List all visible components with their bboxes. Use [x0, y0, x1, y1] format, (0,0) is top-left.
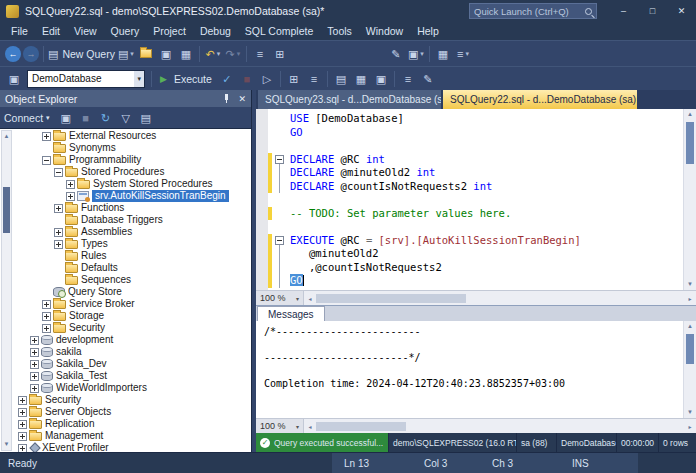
chevron-down-icon[interactable]: ▾: [465, 50, 469, 58]
navigate-backward-icon[interactable]: ←: [5, 46, 21, 62]
save-all-icon[interactable]: ▦: [177, 45, 195, 63]
menu-help[interactable]: Help: [410, 22, 446, 40]
expand-icon[interactable]: [30, 360, 39, 369]
scroll-left-icon[interactable]: ◂: [304, 295, 316, 302]
scroll-up-icon[interactable]: ▲: [2, 132, 11, 141]
parse-icon[interactable]: ✓: [218, 70, 236, 88]
code-line-1[interactable]: USE [DemoDatabase]: [256, 112, 682, 126]
tab-sqlquery23[interactable]: SQLQuery23.sql - d...DemoDatabase (sa)*: [258, 90, 441, 109]
stop-icon[interactable]: ■: [77, 109, 95, 127]
scroll-up-icon[interactable]: ▲: [684, 321, 696, 332]
save-icon[interactable]: ▣: [157, 45, 175, 63]
scroll-down-icon[interactable]: ▼: [2, 440, 11, 449]
available-databases-combo[interactable]: DemoDatabase▾: [27, 70, 145, 88]
collapse-icon[interactable]: [54, 168, 63, 177]
execute-button[interactable]: ▶Execute: [156, 70, 216, 88]
tab-messages[interactable]: Messages: [257, 306, 325, 321]
expand-icon[interactable]: [66, 180, 75, 189]
code-line-7[interactable]: [256, 193, 682, 207]
editor-scrollbar[interactable]: ▲ ▼: [683, 109, 696, 290]
indent-icon[interactable]: ✎: [419, 70, 437, 88]
sql-complete-format-icon[interactable]: ✎: [387, 45, 405, 63]
expand-icon[interactable]: [42, 324, 51, 333]
sql-code-editor[interactable]: USE [DemoDatabase]GODECLARE @RC intDECLA…: [256, 109, 696, 290]
connect-button[interactable]: Connect ▾: [4, 112, 50, 124]
tree-scrollbar[interactable]: ▲ ▼: [1, 130, 12, 451]
menu-sql-complete[interactable]: SQL Complete: [238, 22, 320, 40]
expand-icon[interactable]: [54, 228, 63, 237]
menu-file[interactable]: File: [4, 22, 35, 40]
tree-item-stored-procedures[interactable]: Stored Procedures: [0, 166, 251, 178]
open-file-icon[interactable]: [137, 45, 155, 63]
results-to-grid-icon[interactable]: ▦: [352, 70, 370, 88]
tree-item-system-stored-procedures[interactable]: System Stored Procedures: [0, 178, 251, 190]
scrollbar-thumb[interactable]: [686, 334, 694, 364]
expand-icon[interactable]: [30, 372, 39, 381]
scroll-right-icon[interactable]: ▸: [684, 295, 696, 302]
filter-icon[interactable]: ▽: [117, 109, 135, 127]
disconnect-icon[interactable]: ▣: [57, 109, 75, 127]
tree-item-synonyms[interactable]: Synonyms: [0, 142, 251, 154]
quick-launch-input[interactable]: Quick Launch (Ctrl+Q): [469, 3, 597, 19]
tree-item-security[interactable]: Security: [0, 394, 251, 406]
code-line-12[interactable]: ,@countIsNotRequests2: [256, 261, 682, 275]
sql-complete-snippets-icon[interactable]: ▣▾: [407, 45, 425, 63]
scrollbar-thumb[interactable]: [686, 122, 694, 164]
tree-item-xevent-profiler[interactable]: XEvent Profiler: [0, 442, 251, 452]
minimize-button[interactable]: –: [609, 0, 638, 22]
tree-item-rules[interactable]: Rules: [0, 250, 251, 262]
tree-item-defaults[interactable]: Defaults: [0, 262, 251, 274]
scroll-left-icon[interactable]: ◂: [304, 423, 316, 430]
results-to-text-icon[interactable]: ▤: [332, 70, 350, 88]
tab-sqlquery22[interactable]: SQLQuery22.sql - d...DemoDatabase (sa) ✕: [443, 90, 637, 109]
expand-icon[interactable]: [30, 336, 39, 345]
code-line-2[interactable]: GO: [256, 126, 682, 140]
expand-icon[interactable]: [42, 132, 51, 141]
tree-item-programmability[interactable]: Programmability: [0, 154, 251, 166]
redo-icon[interactable]: ↷▾: [224, 45, 242, 63]
menu-project[interactable]: Project: [146, 22, 193, 40]
expand-icon[interactable]: [42, 300, 51, 309]
reports-icon[interactable]: ▤: [137, 109, 155, 127]
tree-item-wideworldimporters[interactable]: WideWorldImporters: [0, 382, 251, 394]
pin-icon[interactable]: [222, 94, 231, 104]
tree-item-query-store[interactable]: Query Store: [0, 286, 251, 298]
code-line-3[interactable]: [256, 139, 682, 153]
code-line-11[interactable]: @minuteOld2: [256, 247, 682, 261]
tree-item-srv-autokillsessiontranbegin[interactable]: srv.AutoKillSessionTranBegin: [0, 190, 251, 202]
tree-item-functions[interactable]: Functions: [0, 202, 251, 214]
zoom-select[interactable]: 100 % ▾: [256, 419, 304, 433]
collapse-icon[interactable]: [42, 156, 51, 165]
tree-item-assemblies[interactable]: Assemblies: [0, 226, 251, 238]
menu-query[interactable]: Query: [104, 22, 147, 40]
code-line-9[interactable]: [256, 220, 682, 234]
menu-view[interactable]: View: [67, 22, 104, 40]
query-options-icon[interactable]: ⊞: [285, 70, 303, 88]
scroll-right-icon[interactable]: ▸: [684, 423, 696, 430]
close-button[interactable]: ✕: [667, 0, 696, 22]
comment-lines-icon[interactable]: ≡: [399, 70, 417, 88]
registered-servers-icon[interactable]: ⊞: [271, 45, 289, 63]
tree-item-server-objects[interactable]: Server Objects: [0, 406, 251, 418]
sql-complete-search-icon[interactable]: ▦: [434, 45, 452, 63]
messages-scrollbar[interactable]: ▲ ▼: [683, 321, 696, 418]
refresh-icon[interactable]: ↻: [97, 109, 115, 127]
scrollbar-thumb[interactable]: [316, 294, 466, 303]
tree-item-types[interactable]: Types: [0, 238, 251, 250]
expand-icon[interactable]: [54, 240, 63, 249]
activity-monitor-icon[interactable]: ≡: [251, 45, 269, 63]
expand-icon[interactable]: [66, 192, 75, 201]
code-line-6[interactable]: DECLARE @countIsNotRequests2 int: [256, 180, 682, 194]
scrollbar-thumb[interactable]: [3, 187, 10, 233]
zoom-select[interactable]: 100 % ▾: [256, 291, 304, 305]
expand-icon[interactable]: [18, 432, 27, 441]
intellisense-icon[interactable]: ≡: [305, 70, 323, 88]
code-line-8[interactable]: -- TODO: Set parameter values here.: [256, 207, 682, 221]
tree-item-sakila-dev[interactable]: Sakila_Dev: [0, 358, 251, 370]
object-explorer-header[interactable]: Object Explorer ✕: [0, 90, 251, 107]
menu-tools[interactable]: Tools: [320, 22, 359, 40]
tree-item-security[interactable]: Security: [0, 322, 251, 334]
tree-item-external-resources[interactable]: External Resources: [0, 130, 251, 142]
expand-icon[interactable]: [18, 444, 27, 453]
maximize-button[interactable]: □: [638, 0, 667, 22]
